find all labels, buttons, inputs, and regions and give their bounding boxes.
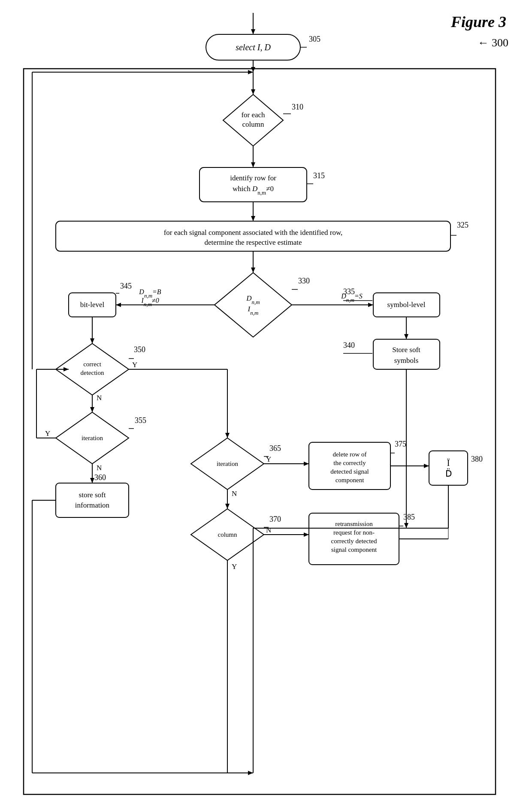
ref-315: 315 xyxy=(313,171,325,180)
n3-label: N xyxy=(232,490,237,498)
iteration-355-label: iteration xyxy=(82,435,103,441)
delete-row-label1: delete row of xyxy=(332,451,366,458)
retrans-label2: request for non- xyxy=(333,529,375,536)
store-soft-symbols-label1: Store soft xyxy=(392,346,420,354)
ref-345: 345 xyxy=(120,282,132,290)
ref-330: 330 xyxy=(298,277,310,285)
ref-340: 340 xyxy=(343,341,355,350)
store-soft-symbols-label2: symbols xyxy=(394,356,419,365)
store-soft-info-box xyxy=(56,483,129,517)
iteration-365-label: iteration xyxy=(217,460,238,467)
for-each-col-label2: column xyxy=(242,120,264,128)
ref-310: 310 xyxy=(292,103,303,111)
svg-marker-54 xyxy=(404,523,408,528)
svg-marker-50 xyxy=(424,464,429,468)
ref-305: 305 xyxy=(309,35,320,43)
select-label: select I, D xyxy=(236,43,271,52)
n1-label: N xyxy=(97,394,102,402)
y1-label: Y xyxy=(132,361,137,369)
symbol-level-label: symbol-level xyxy=(387,301,426,309)
ref-370: 370 xyxy=(269,515,281,523)
ref-355: 355 xyxy=(135,416,146,425)
ib-label1: Ï xyxy=(447,458,450,468)
svg-marker-27 xyxy=(90,338,94,344)
bit-level-label: bit-level xyxy=(80,301,105,309)
identify-row-label1: identify row for xyxy=(230,174,276,182)
identify-row-label2: which Dn,m≠0 xyxy=(233,185,274,196)
correct-det-label1: correct xyxy=(83,361,101,368)
svg-marker-4 xyxy=(251,67,255,72)
svg-marker-21 xyxy=(368,303,373,307)
svg-marker-12 xyxy=(251,216,255,221)
svg-marker-59 xyxy=(304,532,309,537)
column-370-label: column xyxy=(218,531,237,538)
ref-335: 335 xyxy=(343,287,355,296)
ref-350: 350 xyxy=(134,345,145,354)
svg-marker-1 xyxy=(251,29,255,34)
ib-label2: D̈ xyxy=(445,468,452,478)
n2-label: N xyxy=(97,464,102,472)
ref-325: 325 xyxy=(457,221,469,229)
y3-label: Y xyxy=(266,455,271,463)
ref-385: 385 xyxy=(403,513,415,521)
signal-label1: for each signal component associated wit… xyxy=(164,228,343,237)
ref-360: 360 xyxy=(94,473,106,482)
delete-row-label3: detected signal xyxy=(330,468,369,475)
svg-marker-6 xyxy=(251,89,255,94)
svg-marker-70 xyxy=(248,70,253,74)
signal-label2: determine the respective estimate xyxy=(204,238,302,246)
n4-label: N xyxy=(266,526,271,534)
svg-marker-31 xyxy=(90,407,94,412)
svg-marker-42 xyxy=(248,771,253,775)
svg-marker-36 xyxy=(63,367,69,371)
correct-det-label2: detection xyxy=(81,369,104,376)
retrans-label1: retransmission xyxy=(335,520,373,527)
svg-marker-15 xyxy=(251,268,255,273)
svg-marker-9 xyxy=(251,162,255,167)
retrans-label3: correctly detected xyxy=(331,538,377,544)
ref-380: 380 xyxy=(471,455,483,463)
y4-label: Y xyxy=(232,563,237,571)
store-soft-info-label2: information xyxy=(75,501,110,509)
svg-marker-24 xyxy=(404,334,408,339)
store-soft-info-label1: store soft xyxy=(79,491,106,499)
retrans-label4: signal component xyxy=(331,546,377,553)
svg-marker-44 xyxy=(225,433,230,438)
ib-box xyxy=(429,451,468,485)
ref-365: 365 xyxy=(269,444,281,453)
store-soft-symbols-box xyxy=(373,339,440,369)
svg-marker-38 xyxy=(90,478,94,483)
dnm-label1: Dn,m xyxy=(246,294,260,305)
for-each-col-label: for each xyxy=(241,111,265,119)
svg-marker-56 xyxy=(225,504,230,509)
delete-row-label4: component xyxy=(336,477,364,484)
svg-marker-47 xyxy=(304,462,309,466)
svg-marker-18 xyxy=(116,303,121,307)
delete-row-label2: the correctly xyxy=(333,459,366,466)
ref-375: 375 xyxy=(395,440,406,448)
dnm-label2: In,m xyxy=(248,305,259,316)
y2-label: Y xyxy=(45,429,50,438)
